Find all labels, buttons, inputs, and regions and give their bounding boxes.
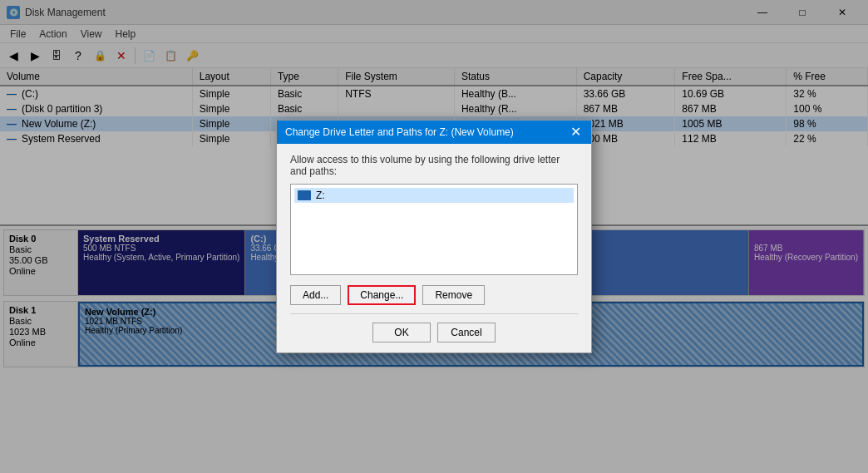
modal-close-button[interactable]: ✕ [569,126,583,139]
drive-letter-item[interactable]: Z: [294,188,574,203]
modal-overlay: Change Drive Letter and Paths for Z: (Ne… [0,0,868,473]
modal-action-buttons: Add... Change... Remove [290,285,578,305]
modal-title: Change Drive Letter and Paths for Z: (Ne… [285,126,514,138]
remove-button[interactable]: Remove [422,285,485,305]
modal-titlebar: Change Drive Letter and Paths for Z: (Ne… [277,121,591,144]
change-drive-letter-modal: Change Drive Letter and Paths for Z: (Ne… [276,120,592,353]
change-button[interactable]: Change... [348,285,416,305]
modal-ok-cancel-row: OK Cancel [290,323,578,342]
drive-icon [298,190,311,200]
modal-description: Allow access to this volume by using the… [290,154,578,177]
modal-body: Allow access to this volume by using the… [277,144,591,352]
add-button[interactable]: Add... [290,285,341,305]
cancel-button[interactable]: Cancel [437,323,496,342]
drive-letter-listbox[interactable]: Z: [290,184,578,275]
drive-letter-label: Z: [316,190,325,201]
modal-divider [290,313,578,314]
ok-button[interactable]: OK [372,323,431,342]
